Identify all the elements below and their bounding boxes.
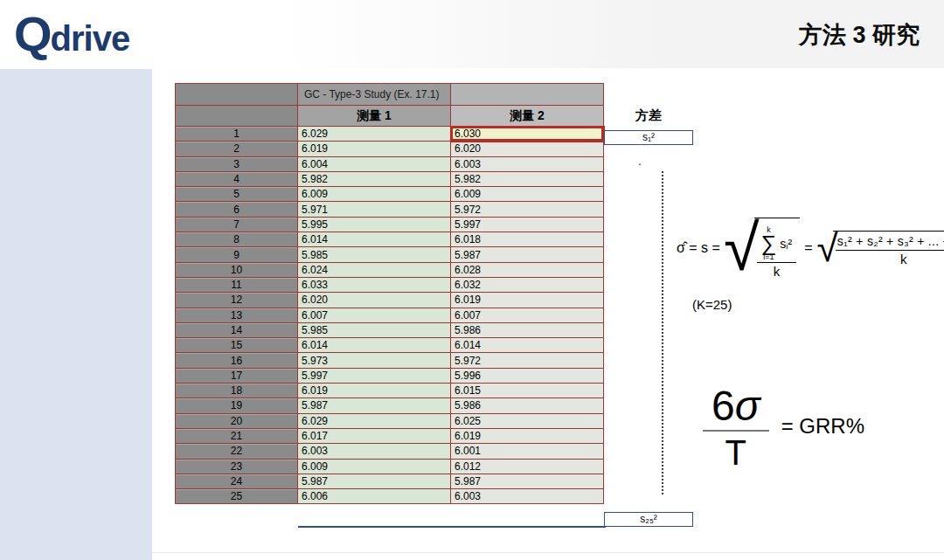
top-bar: Qdrive 方法 3 研究 <box>0 0 944 68</box>
table-row: 186.0196.015 <box>176 384 604 398</box>
measurement2-cell[interactable]: 6.015 <box>451 384 604 398</box>
measurement1-cell[interactable]: 6.014 <box>298 232 451 247</box>
row25-selection-line <box>298 526 606 528</box>
sigma-formula: σ̂ = s = √ k ∑ i=1 sᵢ² k = <box>677 213 944 283</box>
measurement1-cell[interactable]: 6.014 <box>298 338 451 353</box>
table-row: 36.0046.003 <box>176 156 604 171</box>
stray-dot: . <box>638 154 642 168</box>
measurement1-cell[interactable]: 5.985 <box>298 247 451 262</box>
measurement2-cell[interactable]: 6.009 <box>451 187 604 202</box>
measurement1-cell[interactable]: 6.004 <box>298 156 451 171</box>
formula-lhs: σ̂ = s = <box>677 240 720 256</box>
measurement2-cell[interactable]: 6.019 <box>451 428 604 443</box>
column-header-row: 测量 1 测量 2 <box>176 106 604 127</box>
slide-bottom-edge <box>152 552 944 553</box>
row-number-header <box>176 106 298 127</box>
measurement-table-body: 16.0296.03026.0196.02036.0046.00345.9825… <box>176 127 604 504</box>
row-number: 1 <box>176 127 298 142</box>
measurement1-cell[interactable]: 6.020 <box>298 293 451 308</box>
sigma-symbol: σ <box>735 383 760 429</box>
grr-numerator: 6σ <box>703 384 769 432</box>
measurement1-cell[interactable]: 6.029 <box>298 127 451 142</box>
measurement2-cell[interactable]: 6.003 <box>451 156 604 171</box>
table-row: 256.0066.003 <box>176 489 604 504</box>
measurement2-cell[interactable]: 6.001 <box>451 444 604 459</box>
table-row: 156.0146.014 <box>176 338 604 353</box>
measurement1-cell[interactable]: 5.995 <box>298 217 451 232</box>
measurement1-cell[interactable]: 5.982 <box>298 171 451 186</box>
row-number: 2 <box>176 142 298 156</box>
measurement2-cell[interactable]: 6.020 <box>451 142 604 156</box>
grr-formula: 6σ T = GRR% <box>703 384 864 472</box>
measurement2-cell[interactable]: 5.987 <box>451 247 604 262</box>
measurement1-cell[interactable]: 5.971 <box>298 202 451 217</box>
measurement1-cell[interactable]: 6.019 <box>298 142 451 156</box>
measurement2-cell[interactable]: 5.972 <box>451 202 604 217</box>
measurement2-cell[interactable]: 6.032 <box>451 277 604 292</box>
s25-squared-box: s₂₅² <box>604 512 693 527</box>
variance-column-label: 方差 <box>603 107 694 125</box>
measurement2-cell[interactable]: 6.018 <box>451 232 604 247</box>
measurement1-cell[interactable]: 5.997 <box>298 368 451 383</box>
row-number: 22 <box>176 444 298 459</box>
logo-q-glyph: Q <box>14 6 51 61</box>
row-number: 24 <box>176 474 298 488</box>
table-row: 106.0246.028 <box>176 262 604 277</box>
study-title-cell: GC - Type-3 Study (Ex. 17.1) <box>298 84 451 106</box>
measurement1-cell[interactable]: 6.003 <box>298 444 451 459</box>
table-row: 45.9825.982 <box>176 171 604 186</box>
measurement2-cell[interactable]: 6.007 <box>451 308 604 322</box>
measurement2-cell[interactable]: 6.014 <box>451 338 604 353</box>
row-number: 18 <box>176 384 298 398</box>
row-number: 13 <box>176 308 298 322</box>
row-number: 17 <box>176 368 298 383</box>
measurement2-cell[interactable]: 5.986 <box>451 398 604 413</box>
corner-cell <box>176 84 298 106</box>
row-number: 12 <box>176 293 298 308</box>
table-row: 245.9875.987 <box>176 474 604 488</box>
measurement1-cell[interactable]: 6.024 <box>298 262 451 277</box>
measurement1-cell[interactable]: 5.985 <box>298 322 451 337</box>
left-panel <box>0 69 152 560</box>
row-number: 3 <box>176 156 298 171</box>
measurement-table: GC - Type-3 Study (Ex. 17.1) 测量 1 测量 2 1… <box>175 83 604 504</box>
measurement2-cell[interactable]: 5.986 <box>451 322 604 337</box>
row-number: 23 <box>176 459 298 474</box>
measurement1-cell[interactable]: 6.006 <box>298 489 451 504</box>
row-number: 19 <box>176 398 298 413</box>
measurement2-cell[interactable]: 5.996 <box>451 368 604 383</box>
row-number: 9 <box>176 247 298 262</box>
measurement2-cell[interactable]: 6.025 <box>451 413 604 428</box>
measurement1-cell[interactable]: 5.987 <box>298 398 451 413</box>
blank-header-cell <box>451 84 604 106</box>
measurement2-cell[interactable]: 5.972 <box>451 353 604 368</box>
table-row: 216.0176.019 <box>176 428 604 443</box>
vertical-ellipsis-line <box>662 171 663 494</box>
measurement2-cell[interactable]: 6.012 <box>451 459 604 474</box>
measurement1-header: 测量 1 <box>298 106 451 127</box>
measurement2-cell[interactable]: 5.982 <box>451 171 604 186</box>
measurement2-cell[interactable]: 5.987 <box>451 474 604 488</box>
measurement1-cell[interactable]: 6.017 <box>298 428 451 443</box>
frac1-denominator: k <box>774 263 781 279</box>
measurement1-cell[interactable]: 6.009 <box>298 459 451 474</box>
measurement2-cell[interactable]: 6.019 <box>451 293 604 308</box>
measurement1-cell[interactable]: 6.033 <box>298 277 451 292</box>
expanded-sum: s₁² + s₂² + s₃² + ... + sₖ² <box>836 233 944 251</box>
selected-cell[interactable]: 6.030 <box>451 127 604 142</box>
row-number: 20 <box>176 413 298 428</box>
measurement1-cell[interactable]: 5.987 <box>298 474 451 488</box>
measurement2-cell[interactable]: 5.997 <box>451 217 604 232</box>
row-number: 10 <box>176 262 298 277</box>
table-row: 165.9735.972 <box>176 353 604 368</box>
row-number: 14 <box>176 322 298 337</box>
measurement1-cell[interactable]: 5.973 <box>298 353 451 368</box>
table-row: 206.0296.025 <box>176 413 604 428</box>
measurement1-cell[interactable]: 6.019 <box>298 384 451 398</box>
measurement2-cell[interactable]: 6.003 <box>451 489 604 504</box>
measurement2-cell[interactable]: 6.028 <box>451 262 604 277</box>
measurement1-cell[interactable]: 6.029 <box>298 413 451 428</box>
measurement1-cell[interactable]: 6.007 <box>298 308 451 322</box>
row-number: 15 <box>176 338 298 353</box>
measurement1-cell[interactable]: 6.009 <box>298 187 451 202</box>
